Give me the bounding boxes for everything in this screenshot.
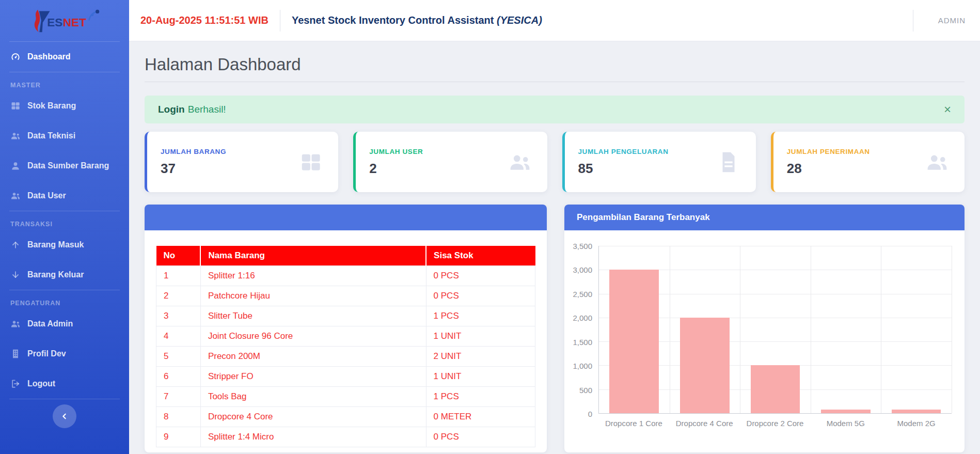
column-header-nama-barang: Nama Barang (200, 246, 426, 266)
table-cell: 5 (156, 347, 201, 367)
alert-message-rest: Berhasil! (188, 104, 226, 115)
table-row: 1Splitter 1:160 PCS (156, 266, 535, 286)
sidebar-item-dashboard[interactable]: Dashboard (0, 42, 129, 72)
table-cell: 6 (156, 367, 201, 387)
x-tick-label: Modem 5G (810, 419, 881, 428)
nav-section-heading-pengaturan: PENGATURAN (0, 290, 129, 309)
bar-dropcore-2-core[interactable] (751, 365, 800, 413)
h-gridline (599, 246, 952, 246)
stat-card-label: JUMLAH BARANG (161, 148, 226, 155)
table-cell: 2 UNIT (426, 347, 535, 367)
sidebar-item-data-sumber-barang[interactable]: Data Sumber Barang (0, 151, 129, 181)
y-tick-label: 3,500 (573, 242, 592, 251)
bar-modem-2g[interactable] (892, 410, 941, 413)
alert-message-bold: Login (158, 104, 185, 115)
y-tick-label: 500 (579, 385, 592, 394)
table-cell: 0 PCS (426, 286, 535, 306)
table-cell: Stripper FO (200, 367, 426, 387)
sidebar-item-label: Data Admin (27, 319, 73, 328)
x-tick-label: Dropcore 1 Core (598, 419, 669, 428)
gauge-icon (10, 52, 21, 62)
chart-x-axis: Dropcore 1 CoreDropcore 4 CoreDropcore 2… (598, 414, 952, 431)
stat-card-value: 85 (578, 161, 669, 177)
user-menu[interactable]: ADMIN (938, 16, 966, 25)
arrow-down-icon (10, 270, 21, 280)
sidebar-item-label: Data Teknisi (27, 131, 75, 140)
sidebar-item-label: Logout (27, 379, 55, 388)
building-icon (10, 349, 21, 359)
low-stock-table: NoNama BarangSisa Stok 1Splitter 1:160 P… (156, 246, 535, 447)
table-cell: 0 PCS (426, 266, 535, 286)
table-cell: 7 (156, 387, 201, 407)
table-cell: 1 PCS (426, 306, 535, 326)
table-row: 6Stripper FO1 UNIT (156, 367, 535, 387)
v-gridline (670, 246, 670, 413)
y-tick-label: 1,500 (573, 337, 592, 346)
sidebar-item-label: Stok Barang (27, 101, 76, 111)
box-icon (10, 101, 21, 111)
sidebar-item-barang-masuk[interactable]: Barang Masuk (0, 230, 129, 260)
file-icon (717, 150, 740, 174)
sidebar-item-barang-keluar[interactable]: Barang Keluar (0, 260, 129, 290)
chart-plot (598, 246, 952, 414)
x-tick-label: Modem 2G (881, 419, 952, 428)
x-tick-label: Dropcore 2 Core (740, 419, 811, 428)
table-cell: 1 PCS (426, 387, 535, 407)
stat-card-value: 28 (787, 161, 870, 177)
bar-modem-5g[interactable] (821, 410, 871, 413)
sidebar-item-label: Profil Dev (27, 349, 66, 358)
sidebar-item-stok-barang[interactable]: Stok Barang (0, 91, 129, 121)
users-icon (925, 150, 949, 174)
sidebar-item-profil-dev[interactable]: Profil Dev (0, 339, 129, 369)
low-stock-panel-header (145, 205, 547, 230)
y-tick-label: 2,000 (573, 314, 592, 322)
table-cell: 3 (156, 306, 201, 326)
bar-chart: 3,5003,0002,5002,0001,5001,0005000 Dropc… (564, 230, 965, 431)
table-cell: 8 (156, 407, 201, 427)
v-gridline (952, 246, 952, 413)
brand-text-net: NET (63, 16, 86, 29)
low-stock-table-container: NoNama BarangSisa Stok 1Splitter 1:160 P… (145, 230, 547, 452)
table-cell: 1 UNIT (426, 367, 535, 387)
app-window: ES NET DashboardMASTERStok BarangData Te… (0, 0, 980, 454)
users-icon (10, 319, 21, 329)
column-header-no: No (156, 246, 201, 266)
table-row: 5Precon 200M2 UNIT (156, 347, 535, 367)
sidebar-item-label: Barang Masuk (27, 240, 84, 249)
login-success-alert: LoginBerhasil! × (145, 96, 965, 123)
sidebar-item-data-user[interactable]: Data User (0, 181, 129, 211)
alert-message: LoginBerhasil! (158, 104, 944, 115)
y-tick-label: 3,000 (573, 265, 592, 274)
sidebar-item-data-teknisi[interactable]: Data Teknisi (0, 121, 129, 151)
sidebar-item-data-admin[interactable]: Data Admin (0, 309, 129, 339)
app-title-abbrev: (YESICA) (497, 14, 542, 26)
table-cell: Precon 200M (200, 347, 426, 367)
sidebar-item-label: Data User (27, 191, 66, 200)
logout-icon (10, 379, 21, 389)
topbar: 20-Aug-2025 11:51:51 WIB Yesnet Stock In… (129, 0, 980, 41)
stat-card-jumlah-penerimaan: JUMLAH PENERIMAAN28 (771, 132, 965, 192)
table-cell: Splitter 1:16 (200, 266, 426, 286)
bar-dropcore-1-core[interactable] (609, 270, 659, 413)
table-cell: Splitter 1:4 Micro (200, 427, 426, 447)
topbar-divider-right (913, 10, 913, 32)
v-gridline (740, 246, 740, 413)
users-icon (508, 150, 532, 174)
sidebar-item-logout[interactable]: Logout (0, 369, 129, 399)
stock-table-head-row: NoNama BarangSisa Stok (156, 246, 535, 266)
stat-card-label: JUMLAH PENERIMAAN (787, 148, 870, 155)
brand-logo[interactable]: ES NET (0, 0, 129, 41)
table-cell: Dropcore 4 Core (200, 407, 426, 427)
app-title: Yesnet Stock Inventory Control Assistant… (292, 14, 542, 26)
users-icon (10, 191, 21, 201)
table-cell: Slitter Tube (200, 306, 426, 326)
table-cell: 2 (156, 286, 201, 306)
v-gridline (811, 246, 811, 413)
close-icon[interactable]: × (944, 103, 951, 116)
table-row: 8Dropcore 4 Core0 METER (156, 407, 535, 427)
app-title-main: Yesnet Stock Inventory Control Assistant (292, 14, 497, 26)
brand-text-es: ES (47, 16, 62, 29)
stat-card-value: 37 (161, 161, 226, 177)
bar-dropcore-4-core[interactable] (680, 318, 730, 413)
sidebar-collapse-button[interactable] (53, 404, 76, 428)
